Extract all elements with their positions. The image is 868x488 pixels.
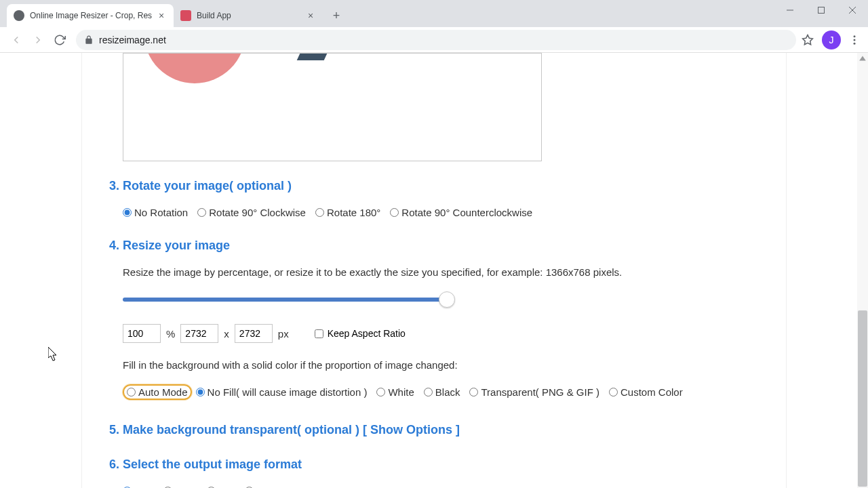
- app-icon: [180, 10, 191, 21]
- slider-track: [123, 298, 441, 302]
- section-5-title[interactable]: 5. Make background transparent( optional…: [109, 423, 759, 437]
- globe-icon: [14, 10, 24, 21]
- bookmark-star-icon[interactable]: [802, 34, 814, 46]
- radio-jpg[interactable]: JPG: [123, 485, 154, 488]
- scroll-up-arrow-icon[interactable]: [859, 54, 867, 62]
- resize-description: Resize the image by percentage, or resiz…: [123, 266, 759, 278]
- back-button[interactable]: [5, 29, 27, 51]
- svg-point-5: [854, 35, 856, 37]
- radio-rotate-90-ccw[interactable]: Rotate 90° Counterclockwise: [390, 207, 532, 218]
- format-options: JPG PNG GIF BMP: [109, 485, 759, 488]
- percent-input[interactable]: [123, 324, 161, 343]
- bg-fill-description: Fill in the background with a solid colo…: [123, 359, 759, 371]
- radio-custom-color[interactable]: Custom Color: [609, 386, 683, 398]
- section-3-title: 3. Rotate your image( optional ): [109, 179, 759, 193]
- reload-button[interactable]: [49, 29, 71, 51]
- percent-label: %: [166, 328, 175, 340]
- svg-point-7: [854, 42, 856, 44]
- radio-rotate-180[interactable]: Rotate 180°: [315, 207, 380, 218]
- radio-no-rotation[interactable]: No Rotation: [123, 207, 188, 218]
- radio-rotate-90-cw[interactable]: Rotate 90° Clockwise: [197, 207, 306, 218]
- close-window-button[interactable]: [837, 0, 868, 20]
- radio-black[interactable]: Black: [424, 386, 460, 398]
- forward-button[interactable]: [27, 29, 49, 51]
- radio-png[interactable]: PNG: [163, 485, 197, 488]
- tab-title: Online Image Resizer - Crop, Res: [30, 11, 152, 20]
- radio-white[interactable]: White: [376, 386, 414, 398]
- url-text: resizeimage.net: [99, 35, 166, 45]
- window-controls: [774, 0, 868, 20]
- svg-point-6: [854, 39, 856, 41]
- scrollbar-thumb[interactable]: [858, 310, 867, 487]
- radio-auto-mode[interactable]: Auto Mode: [127, 386, 188, 398]
- svg-marker-4: [803, 35, 813, 44]
- highlighted-option: Auto Mode: [123, 384, 192, 400]
- kebab-menu-icon[interactable]: [846, 32, 863, 48]
- tab-inactive[interactable]: Build App ×: [174, 4, 323, 27]
- profile-avatar[interactable]: J: [822, 30, 841, 49]
- slider-thumb[interactable]: [439, 291, 455, 308]
- minimize-button[interactable]: [774, 0, 806, 20]
- close-icon[interactable]: ×: [305, 10, 316, 21]
- svg-rect-1: [818, 7, 825, 14]
- radio-no-fill[interactable]: No Fill( will cause image distortion ): [196, 386, 368, 398]
- bg-fill-options: Auto Mode No Fill( will cause image dist…: [123, 384, 759, 400]
- keep-aspect-checkbox[interactable]: Keep Aspect Ratio: [315, 328, 406, 339]
- rotation-options: No Rotation Rotate 90° Clockwise Rotate …: [109, 207, 759, 218]
- image-preview-frame: [123, 53, 542, 161]
- preview-shape-circle: [144, 53, 245, 83]
- page-content: 3. Rotate your image( optional ) No Rota…: [81, 53, 787, 488]
- close-icon[interactable]: ×: [156, 10, 167, 21]
- page-viewport: 3. Rotate your image( optional ) No Rota…: [0, 53, 868, 488]
- section-4-title: 4. Resize your image: [109, 239, 759, 253]
- address-bar-row: resizeimage.net J: [0, 27, 868, 53]
- x-label: x: [224, 328, 229, 340]
- svg-marker-8: [859, 56, 866, 60]
- tab-title: Build App: [197, 11, 301, 20]
- radio-gif[interactable]: GIF: [207, 485, 235, 488]
- address-bar[interactable]: resizeimage.net: [76, 30, 796, 50]
- resize-slider[interactable]: [123, 291, 455, 308]
- new-tab-button[interactable]: +: [327, 6, 346, 25]
- scrollbar-track[interactable]: [857, 53, 868, 488]
- lock-icon: [84, 35, 94, 45]
- preview-shape-parallelogram: [297, 53, 337, 60]
- tab-active[interactable]: Online Image Resizer - Crop, Res ×: [7, 4, 174, 27]
- width-input[interactable]: [180, 324, 218, 343]
- section-6-title: 6. Select the output image format: [109, 458, 759, 472]
- height-input[interactable]: [235, 324, 273, 343]
- maximize-button[interactable]: [806, 0, 837, 20]
- browser-tab-bar: Online Image Resizer - Crop, Res × Build…: [0, 0, 868, 27]
- radio-transparent[interactable]: Transparent( PNG & GIF ): [469, 386, 599, 398]
- radio-bmp[interactable]: BMP: [245, 485, 279, 488]
- px-label: px: [278, 328, 289, 340]
- dimension-inputs: % x px Keep Aspect Ratio: [123, 324, 759, 343]
